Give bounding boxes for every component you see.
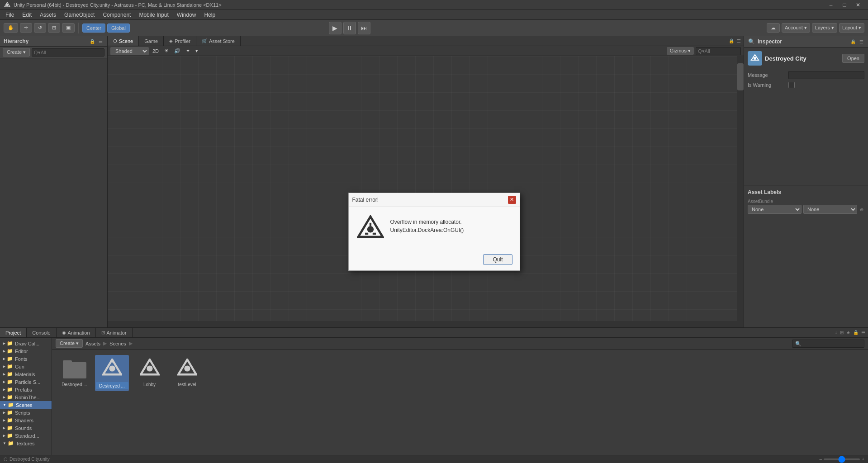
rotate-tool-button[interactable]: ↺ <box>34 23 46 33</box>
menu-edit[interactable]: Edit <box>19 11 35 19</box>
project-panel-icon-1[interactable]: ↕ <box>834 330 838 335</box>
breadcrumb-assets[interactable]: Assets <box>85 341 100 346</box>
pause-button[interactable]: ⏸ <box>343 22 356 34</box>
lighting-toggle[interactable]: ☀ <box>162 47 171 54</box>
audio-toggle[interactable]: 🔊 <box>172 47 182 54</box>
hierarchy-search-input[interactable] <box>32 48 104 57</box>
project-panel-menu-icon[interactable]: ☰ <box>860 330 866 335</box>
tab-scene[interactable]: ⬡ Scene <box>108 36 139 46</box>
center-toggle[interactable]: Center <box>82 24 105 33</box>
2d-toggle[interactable]: 2D <box>151 48 161 54</box>
hierarchy-create-button[interactable]: Create ▾ <box>3 48 30 57</box>
dialog-close-button[interactable]: ✕ <box>508 196 516 204</box>
file-item-destroyed-folder[interactable]: Destroyed ... <box>57 355 91 391</box>
tab-animation[interactable]: ◉ Animation <box>57 328 96 337</box>
scene-search-input[interactable] <box>696 47 741 55</box>
assetbundle-toggle-icon[interactable]: ⊕ <box>859 207 864 212</box>
inspector-menu-icon[interactable]: ☰ <box>859 39 864 44</box>
project-search-input[interactable] <box>792 340 864 348</box>
iswarning-checkbox[interactable] <box>788 82 795 88</box>
message-input[interactable] <box>788 71 864 79</box>
scene-canvas[interactable] <box>108 56 744 327</box>
viewport-lock-icon[interactable]: 🔒 <box>728 38 735 43</box>
account-dropdown[interactable]: Account ▾ <box>782 23 810 33</box>
open-scene-button[interactable]: Open <box>842 54 864 63</box>
tree-item-prefabs[interactable]: ▶ 📁 Prefabs <box>0 386 52 393</box>
hand-tool-button[interactable]: ✋ <box>4 23 18 33</box>
svg-point-12 <box>147 365 152 371</box>
rect-tool-button[interactable]: ▣ <box>62 23 75 33</box>
project-panel-icon-2[interactable]: ⊞ <box>839 330 844 335</box>
effects-toggle[interactable]: ✦ <box>184 47 192 54</box>
step-button[interactable]: ⏭ <box>358 22 370 34</box>
breadcrumb-scenes[interactable]: Scenes <box>109 341 126 346</box>
tree-item-materials[interactable]: ▶ 📁 Materials <box>0 370 52 378</box>
scale-tool-button[interactable]: ⊞ <box>48 23 60 33</box>
skybox-toggle[interactable]: ▾ <box>194 47 200 54</box>
tab-console[interactable]: Console <box>27 328 56 337</box>
tree-item-sounds[interactable]: ▶ 📁 Sounds <box>0 424 52 432</box>
arrow-icon: ▶ <box>3 380 5 384</box>
tab-animator[interactable]: ⊡ Animator <box>96 328 133 337</box>
hierarchy-menu-icon[interactable]: ☰ <box>98 39 104 44</box>
tree-item-particles[interactable]: ▶ 📁 Particle S... <box>0 378 52 386</box>
tree-item-scenes[interactable]: ▼ 📁 Scenes <box>0 401 52 409</box>
profiler-tab-icon: ◈ <box>169 38 173 43</box>
hierarchy-panel: Hierarchy 🔒 ☰ Create ▾ <box>0 36 108 327</box>
menu-gameobject[interactable]: GameObject <box>61 11 98 19</box>
tree-item-robinthe[interactable]: ▶ 📁 RobinThe... <box>0 393 52 401</box>
tree-item-drawcal[interactable]: ▶ 📁 Draw Cal... <box>0 340 52 347</box>
file-item-lobby[interactable]: Lobby <box>133 355 166 391</box>
file-item-testlevel[interactable]: testLevel <box>170 355 204 391</box>
viewport-menu-icon[interactable]: ☰ <box>736 38 742 43</box>
inspector-iswarning-field: Is Warning <box>748 82 864 88</box>
maximize-button[interactable]: □ <box>838 0 851 9</box>
breadcrumb-sep-2: ▶ <box>129 340 133 346</box>
assetstore-tab-label: Asset Store <box>209 38 235 44</box>
tree-item-scripts[interactable]: ▶ 📁 Scripts <box>0 409 52 416</box>
global-toggle[interactable]: Global <box>107 24 130 33</box>
assetbundle-dropdown-2[interactable]: None <box>803 205 857 214</box>
scene-path-label: Destroyed City.unity <box>9 457 50 462</box>
inspector-lock-icon[interactable]: 🔒 <box>849 39 857 44</box>
scrollbar-vertical[interactable] <box>737 56 744 327</box>
shading-mode-dropdown[interactable]: Shaded Wireframe <box>110 47 149 55</box>
tree-item-textures[interactable]: ▼ 📁 Textures <box>0 439 52 447</box>
move-tool-button[interactable]: ✛ <box>20 23 32 33</box>
hierarchy-lock-icon[interactable]: 🔒 <box>89 39 96 44</box>
menu-mobileinput[interactable]: Mobile Input <box>135 11 172 19</box>
tab-game[interactable]: Game <box>139 36 164 46</box>
zoom-slider[interactable] <box>824 458 860 460</box>
cloud-button[interactable]: ☁ <box>767 23 780 33</box>
project-panel-lock-icon[interactable]: 🔒 <box>852 330 859 335</box>
file-item-destroyed-unity[interactable]: Destroyed ... <box>95 355 129 391</box>
gizmos-dropdown[interactable]: Gizmos ▾ <box>667 47 694 55</box>
quit-button[interactable]: Quit <box>483 254 512 265</box>
scroll-handle-vertical[interactable] <box>737 63 744 90</box>
menu-window[interactable]: Window <box>173 11 200 19</box>
play-button[interactable]: ▶ <box>329 22 342 34</box>
tab-assetstore[interactable]: 🛒 Asset Store <box>196 36 241 46</box>
menu-help[interactable]: Help <box>201 11 219 19</box>
assetbundle-dropdown-1[interactable]: None <box>748 205 802 214</box>
tree-item-standard[interactable]: ▶ 📁 Standard... <box>0 432 52 439</box>
tree-item-gun[interactable]: ▶ 📁 Gun <box>0 363 52 370</box>
minimize-button[interactable]: – <box>825 0 837 9</box>
tree-item-shaders[interactable]: ▶ 📁 Shaders <box>0 416 52 424</box>
project-create-button[interactable]: Create ▾ <box>56 339 83 348</box>
layers-dropdown[interactable]: Layers ▾ <box>812 23 837 33</box>
tab-profiler[interactable]: ◈ Profiler <box>164 36 196 46</box>
app-icon <box>4 1 11 9</box>
scrollbar-horizontal[interactable] <box>108 321 744 327</box>
layout-dropdown[interactable]: Layout ▾ <box>839 23 864 33</box>
project-panel-icon-3[interactable]: ★ <box>845 330 851 335</box>
close-button[interactable]: ✕ <box>852 0 864 9</box>
menu-component[interactable]: Component <box>99 11 134 19</box>
project-tree: ▶ 📁 Draw Cal... ▶ 📁 Editor ▶ 📁 Fonts ▶ 📁… <box>0 338 52 463</box>
hierarchy-content <box>0 58 107 327</box>
tab-project[interactable]: Project <box>0 328 27 337</box>
tree-item-editor[interactable]: ▶ 📁 Editor <box>0 347 52 355</box>
tree-item-fonts[interactable]: ▶ 📁 Fonts <box>0 355 52 363</box>
menu-assets[interactable]: Assets <box>36 11 60 19</box>
menu-file[interactable]: File <box>2 11 18 19</box>
